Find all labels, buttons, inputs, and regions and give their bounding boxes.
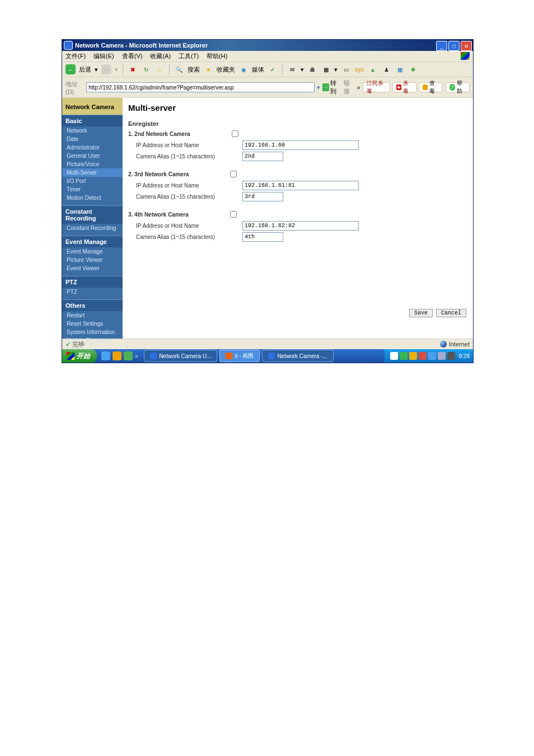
- sidebar-title: Network Camera: [62, 98, 123, 115]
- tray-clock[interactable]: 9:28: [459, 353, 470, 359]
- cam3-enable-checkbox[interactable]: [230, 171, 237, 177]
- tray-icon-1[interactable]: [400, 352, 407, 360]
- cam2-ip-label: IP Address or Host Name: [128, 142, 242, 148]
- favorites-icon[interactable]: ★: [203, 64, 213, 74]
- start-flag-icon: [67, 352, 74, 360]
- menu-edit[interactable]: 编辑(E): [93, 52, 114, 60]
- tray-icon-4[interactable]: [428, 352, 436, 360]
- sidebar-item-multi-server[interactable]: Multi-Server: [62, 168, 123, 177]
- cam4-ip-input[interactable]: [242, 221, 359, 231]
- menu-tools[interactable]: 工具(T): [179, 52, 199, 60]
- search-icon[interactable]: 🔍: [174, 64, 184, 74]
- ext-icon-1[interactable]: oyo: [354, 64, 364, 74]
- ext-icon-4[interactable]: ▦: [395, 64, 405, 74]
- sidebar-item-system-information[interactable]: System Information: [62, 328, 123, 336]
- taskbar-task-3[interactable]: Network Camera -...: [262, 350, 333, 362]
- cam2-alias-input[interactable]: [242, 152, 283, 161]
- media-icon[interactable]: ◉: [238, 64, 249, 74]
- sidebar-item-timer[interactable]: Timer: [62, 185, 123, 194]
- ql-icon-2[interactable]: [113, 351, 121, 360]
- url-input[interactable]: [86, 82, 315, 92]
- taskbar-task-2[interactable]: s - 画图: [219, 350, 260, 362]
- taskbar-task-1[interactable]: Network Camera U...: [144, 350, 217, 362]
- start-button[interactable]: 开始: [62, 349, 97, 363]
- sidebar-section-basic: Basic: [62, 115, 123, 126]
- sidebar-item-picture-viewer[interactable]: Picture Viewer: [62, 256, 123, 264]
- system-tray: 9:28: [385, 349, 473, 363]
- go-button[interactable]: →转到: [322, 79, 341, 96]
- close-button[interactable]: ✕: [461, 41, 472, 51]
- cam2-ip-input[interactable]: [242, 140, 359, 150]
- menu-file[interactable]: 文件(F): [65, 52, 86, 60]
- sidebar-item-picture-voice[interactable]: Picture/Voice: [62, 160, 123, 168]
- favorites-label[interactable]: 收藏夹: [217, 65, 235, 74]
- sidebar-item-ptz[interactable]: PTZ: [62, 288, 123, 296]
- menu-help[interactable]: 帮助(H): [207, 52, 227, 60]
- sidebar-item-motion-detect[interactable]: Motion Detect: [62, 194, 123, 202]
- forward-button[interactable]: →: [101, 64, 111, 74]
- scan-ext[interactable]: 查毒: [419, 82, 442, 92]
- sidebar-item-general-user[interactable]: General User: [62, 152, 123, 160]
- ql-ie-icon[interactable]: [101, 351, 110, 360]
- discuss-icon[interactable]: ▭: [341, 64, 351, 74]
- tray-icon-3[interactable]: [419, 352, 427, 360]
- ext-icon-3[interactable]: ♟: [381, 64, 391, 74]
- sidebar-item-administrator[interactable]: Administrator: [62, 143, 123, 152]
- sidebar-item-event-viewer[interactable]: Event Viewer: [62, 264, 123, 273]
- cam4-enable-checkbox[interactable]: [230, 211, 237, 218]
- ie-logo-icon: [64, 41, 73, 50]
- sidebar-item-reset-settings[interactable]: Reset Settings: [62, 320, 123, 328]
- print-icon[interactable]: 🖶: [307, 64, 317, 74]
- sidebar-item-date[interactable]: Date: [62, 135, 123, 143]
- tray-lang-icon[interactable]: [390, 352, 398, 360]
- sidebar-item-network[interactable]: Network: [62, 126, 123, 135]
- ext-icon-5[interactable]: ✱: [408, 64, 418, 74]
- ql-expand[interactable]: »: [135, 353, 138, 359]
- status-bar: ✔完毕 Internet: [62, 339, 473, 349]
- home-button[interactable]: ⌂: [154, 64, 165, 74]
- sidebar-item-constant-recording[interactable]: Constant Recording: [62, 224, 123, 232]
- ql-icon-3[interactable]: [124, 351, 133, 360]
- sidebar-item-restart[interactable]: Restart: [62, 311, 123, 320]
- ext-icon-2[interactable]: ▲: [368, 64, 378, 74]
- page-content: Network Camera Basic Network Date Admini…: [62, 98, 473, 339]
- tray-icon-5[interactable]: [438, 352, 446, 360]
- sidebar-section-constant-recording: Constant Recording: [62, 205, 123, 224]
- stop-button[interactable]: ✖: [128, 64, 138, 74]
- titlebar: Network Camera - Microsoft Internet Expl…: [62, 40, 473, 51]
- forward-dropdown[interactable]: ▾: [115, 66, 118, 73]
- links-label[interactable]: 链接: [344, 79, 355, 96]
- tray-icon-2[interactable]: [409, 352, 417, 360]
- cancel-button[interactable]: Cancel: [436, 309, 466, 317]
- menu-favorites[interactable]: 收藏(A): [150, 52, 171, 60]
- cam3-alias-input[interactable]: [242, 192, 283, 201]
- antivirus-ext-2[interactable]: ✚杀毒: [392, 82, 416, 92]
- task2-icon: [226, 353, 232, 359]
- save-button[interactable]: Save: [409, 309, 433, 317]
- task1-icon: [150, 353, 157, 359]
- sidebar-item-io-port[interactable]: I/O Port: [62, 177, 123, 185]
- search-label[interactable]: 搜索: [188, 65, 200, 74]
- minimize-button[interactable]: _: [436, 41, 447, 51]
- back-dropdown[interactable]: ▾: [95, 66, 98, 73]
- mail-icon[interactable]: ✉: [287, 64, 297, 74]
- edit-icon[interactable]: ▦: [321, 64, 331, 74]
- sidebar-item-event-manage[interactable]: Event Manage: [62, 247, 123, 256]
- zone-label: Internet: [449, 341, 470, 348]
- maximize-button[interactable]: □: [448, 41, 460, 51]
- help-ext[interactable]: ?帮助: [446, 82, 470, 92]
- back-button[interactable]: ←: [65, 64, 76, 74]
- antivirus-ext-1[interactable]: 江民杀毒: [363, 82, 391, 92]
- address-label: 地址(D): [65, 80, 84, 95]
- links-expand[interactable]: »: [357, 84, 360, 91]
- media-label[interactable]: 媒体: [252, 65, 264, 74]
- menu-view[interactable]: 查看(V): [122, 52, 143, 60]
- cam3-ip-input[interactable]: [242, 181, 359, 190]
- cam2-enable-checkbox[interactable]: [232, 130, 238, 137]
- cam4-alias-input[interactable]: [242, 232, 283, 242]
- refresh-button[interactable]: ↻: [141, 64, 151, 74]
- sidebar-section-event-manage: Event Manage: [62, 236, 123, 247]
- history-icon[interactable]: ✔: [268, 64, 278, 74]
- url-dropdown[interactable]: ▾: [317, 84, 320, 91]
- tray-icon-6[interactable]: [447, 352, 455, 360]
